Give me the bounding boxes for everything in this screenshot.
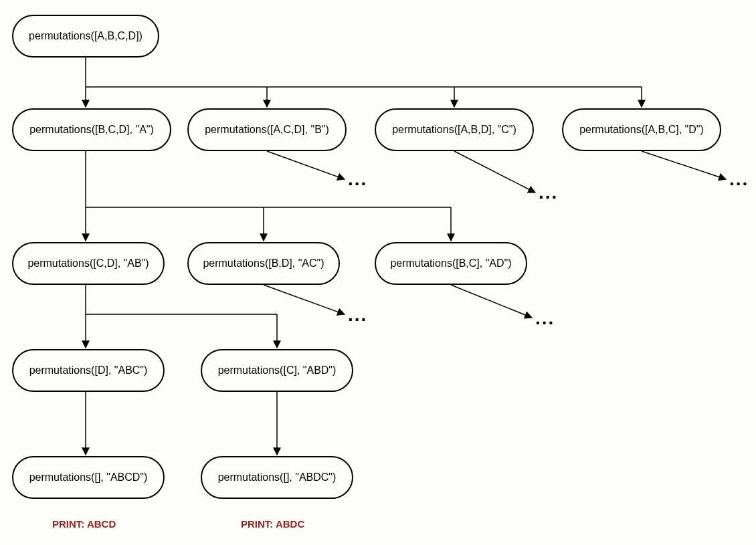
node-l1a: permutations([B,C,D], "A") bbox=[12, 108, 171, 151]
node-l1d: permutations([A,B,C], "D") bbox=[562, 108, 721, 151]
node-l4abdc: permutations([], "ABDC") bbox=[201, 456, 353, 499]
svg-line-14 bbox=[264, 285, 345, 314]
node-l2ac: permutations([B,D], "AC") bbox=[187, 242, 340, 285]
print-abcd: PRINT: ABCD bbox=[52, 518, 116, 530]
ellipsis-l1d: ... bbox=[729, 169, 749, 190]
ellipsis-l1c: ... bbox=[539, 182, 558, 203]
node-l3abc: permutations([D], "ABC") bbox=[12, 349, 165, 392]
node-l2ab: permutations([C,D], "AB") bbox=[12, 242, 165, 285]
node-l2ad: permutations([B,C], "AD") bbox=[375, 242, 527, 285]
node-root: permutations([A,B,C,D]) bbox=[12, 15, 159, 58]
ellipsis-l2ac: ... bbox=[348, 304, 367, 326]
node-l4abcd: permutations([], "ABCD") bbox=[12, 456, 165, 499]
svg-line-7 bbox=[454, 151, 535, 193]
node-l1c: permutations([A,B,D], "C") bbox=[375, 108, 534, 151]
print-abdc: PRINT: ABDC bbox=[241, 518, 304, 530]
svg-line-6 bbox=[267, 151, 345, 179]
node-l3abd: permutations([C], "ABD") bbox=[201, 349, 353, 392]
ellipsis-l2ad: ... bbox=[535, 308, 555, 329]
svg-line-15 bbox=[451, 285, 532, 318]
node-l1b: permutations([A,C,D], "B") bbox=[187, 108, 347, 151]
svg-line-8 bbox=[642, 151, 726, 179]
ellipsis-l1b: ... bbox=[348, 169, 367, 190]
